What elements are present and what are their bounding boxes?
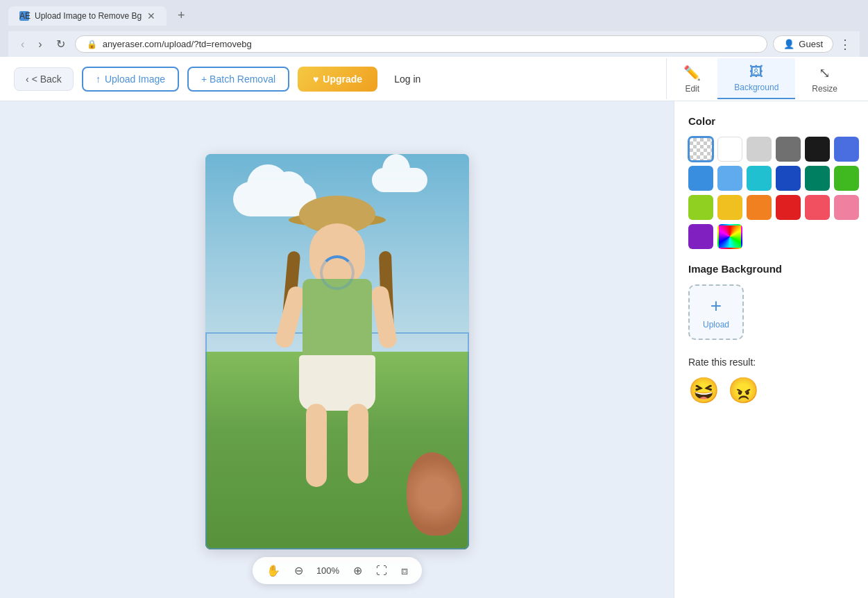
split-icon: ⧈ [401, 565, 408, 576]
color-section: Color [688, 115, 854, 249]
loading-spinner [320, 255, 355, 290]
upload-background-button[interactable]: + Upload [688, 284, 744, 340]
address-lock-icon: 🔒 [87, 40, 97, 49]
leg-left [306, 404, 327, 487]
back-icon: ‹ [26, 74, 29, 85]
upload-bg-label: Upload [703, 320, 729, 330]
color-teal[interactable] [805, 166, 830, 191]
color-transparent[interactable] [688, 137, 713, 162]
rate-section: Rate this result: 😆 😠 [688, 357, 854, 405]
resize-tool-button[interactable]: ⤡ Resize [795, 58, 854, 99]
background-icon: 🖼 [749, 64, 763, 80]
color-purple[interactable] [688, 224, 713, 249]
color-green[interactable] [834, 166, 859, 191]
background-tool-button[interactable]: 🖼 Background [717, 58, 795, 99]
back-label: < Back [32, 74, 62, 85]
batch-removal-button[interactable]: + Batch Removal [187, 67, 289, 92]
color-light-gray[interactable] [747, 137, 772, 162]
browser-menu-button[interactable]: ⋮ [839, 37, 851, 52]
browser-tab[interactable]: AE Upload Image to Remove Bg ✕ [8, 6, 167, 26]
zoom-in-icon: ⊕ [353, 565, 362, 576]
color-blue-medium[interactable] [688, 166, 713, 191]
canvas-area: ✋ ⊖ 100% ⊕ ⛶ ⧈ [0, 101, 674, 598]
person-figure [268, 196, 407, 522]
upload-image-button[interactable]: ↑ Upload Image [82, 67, 179, 92]
image-container: ✋ ⊖ 100% ⊕ ⛶ ⧈ [205, 154, 469, 549]
image-background-title: Image Background [688, 263, 854, 275]
image-toolbar: ✋ ⊖ 100% ⊕ ⛶ ⧈ [253, 557, 422, 584]
fullscreen-button[interactable]: ⛶ [373, 563, 390, 579]
shirt [303, 279, 372, 362]
upload-icon: ↑ [96, 74, 101, 85]
edit-icon: ✏️ [683, 65, 701, 81]
edit-tool-button[interactable]: ✏️ Edit [667, 58, 717, 99]
rate-happy-button[interactable]: 😆 [688, 376, 720, 405]
guest-label: Guest [799, 39, 823, 49]
color-dark-gray[interactable] [776, 137, 801, 162]
main-layout: ✋ ⊖ 100% ⊕ ⛶ ⧈ Color [0, 101, 868, 598]
background-label: Background [734, 83, 778, 92]
color-white[interactable] [717, 137, 742, 162]
shorts [299, 355, 375, 411]
resize-icon: ⤡ [819, 65, 831, 81]
leg-right [348, 404, 368, 484]
pan-icon: ✋ [266, 565, 280, 576]
color-yellow[interactable] [717, 195, 742, 220]
right-panel: Color [674, 101, 868, 598]
tab-title: Upload Image to Remove Bg [35, 11, 142, 21]
upload-bg-plus-icon: + [710, 295, 722, 317]
tool-group: ✏️ Edit 🖼 Background ⤡ Resize [666, 58, 854, 99]
new-tab-button[interactable]: + [172, 6, 191, 26]
pan-tool-button[interactable]: ✋ [264, 563, 283, 579]
upgrade-button[interactable]: ♥ Upgrade [298, 67, 377, 92]
edit-label: Edit [685, 84, 699, 94]
zoom-out-button[interactable]: ⊖ [291, 563, 306, 579]
loading-overlay [320, 255, 355, 290]
batch-label: + Batch Removal [201, 74, 275, 85]
cloud-2 [372, 168, 427, 192]
color-pink[interactable] [834, 195, 859, 220]
rate-emojis: 😆 😠 [688, 376, 854, 405]
resize-label: Resize [812, 84, 837, 94]
color-orange[interactable] [747, 195, 772, 220]
zoom-level: 100% [314, 565, 342, 576]
color-section-title: Color [688, 115, 854, 127]
color-cyan[interactable] [747, 166, 772, 191]
browser-top-bar: AE Upload Image to Remove Bg ✕ + [8, 6, 860, 26]
address-text: anyeraser.com/upload/?td=removebg [103, 39, 252, 49]
login-label: Log in [394, 74, 420, 85]
heart-icon: ♥ [313, 74, 318, 85]
upload-label: Upload Image [105, 74, 165, 85]
color-rainbow[interactable] [717, 224, 742, 249]
color-yellow-green[interactable] [688, 195, 713, 220]
browser-chrome: AE Upload Image to Remove Bg ✕ + ‹ › ↻ 🔒… [0, 0, 868, 57]
color-blue-dark[interactable] [776, 166, 801, 191]
zoom-out-icon: ⊖ [294, 565, 303, 576]
tab-favicon: AE [19, 11, 29, 21]
color-blue-vivid[interactable] [834, 137, 859, 162]
nav-forward-button[interactable]: › [34, 37, 46, 52]
tab-close-button[interactable]: ✕ [147, 10, 155, 22]
nav-reload-button[interactable]: ↻ [52, 36, 69, 52]
back-button[interactable]: ‹ < Back [14, 67, 74, 91]
split-view-button[interactable]: ⧈ [398, 563, 411, 579]
color-red[interactable] [776, 195, 801, 220]
zoom-in-button[interactable]: ⊕ [350, 563, 365, 579]
login-button[interactable]: Log in [386, 68, 429, 90]
image-background-section: Image Background + Upload [688, 263, 854, 340]
rate-title: Rate this result: [688, 357, 854, 368]
guest-icon: 👤 [783, 39, 794, 49]
browser-nav-bar: ‹ › ↻ 🔒 anyeraser.com/upload/?td=removeb… [8, 31, 860, 57]
rate-angry-button[interactable]: 😠 [728, 376, 759, 405]
color-blue-light[interactable] [717, 166, 742, 191]
address-bar[interactable]: 🔒 anyeraser.com/upload/?td=removebg [75, 35, 768, 53]
upgrade-label: Upgrade [323, 74, 362, 85]
color-coral[interactable] [805, 195, 830, 220]
color-black[interactable] [805, 137, 830, 162]
fullscreen-icon: ⛶ [376, 565, 387, 576]
app-header: ‹ < Back ↑ Upload Image + Batch Removal … [0, 57, 868, 101]
color-grid [688, 137, 854, 249]
guest-button[interactable]: 👤 Guest [773, 35, 833, 53]
main-image[interactable] [205, 154, 469, 549]
nav-back-button[interactable]: ‹ [17, 37, 28, 52]
